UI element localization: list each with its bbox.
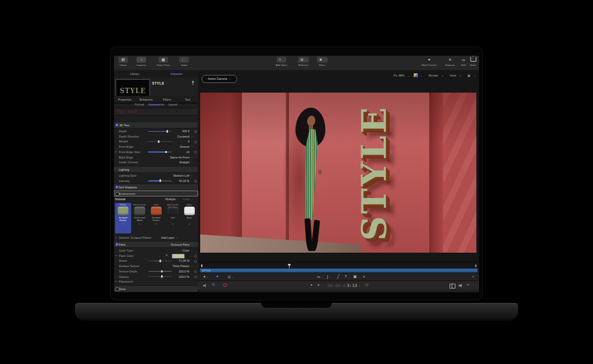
line-tool[interactable]: ╱ <box>337 275 339 279</box>
select-tool[interactable]: ➤⌄ <box>203 275 208 278</box>
style-3d-text[interactable]: STYLE <box>350 98 399 248</box>
stepper-icon[interactable]: ⌄ <box>191 264 193 267</box>
stepper-icon[interactable]: ⌄ <box>191 156 193 158</box>
make-particles-button[interactable]: ✦ Make Particles <box>417 57 442 66</box>
tab-library[interactable]: Library <box>114 72 156 75</box>
text-tool[interactable]: T⌄ <box>345 275 350 278</box>
loop-playback-icon[interactable]: ↻ <box>212 283 215 287</box>
link-icon[interactable]: ∞ <box>165 222 181 225</box>
stepper-icon[interactable]: ⌄ <box>191 243 193 246</box>
grid-icon[interactable]: ▦ ⌄ <box>465 74 476 77</box>
stepper-icon[interactable]: ⌄ <box>191 174 193 177</box>
tab-properties[interactable]: Properties <box>114 98 135 101</box>
behaviors-button[interactable]: ⚙⌄ Behaviors <box>294 57 313 66</box>
keyframe-link-icon[interactable]: ∞ <box>467 283 469 286</box>
link-icon[interactable]: ∞ <box>148 222 164 225</box>
link-icon[interactable]: ∞ <box>181 222 197 225</box>
weight-slider[interactable] <box>148 141 172 142</box>
tab-filters[interactable]: Filters <box>157 98 177 101</box>
front-edge-size-slider[interactable] <box>148 151 172 152</box>
out-point-marker[interactable] <box>475 264 476 267</box>
timecode[interactable]: 3:13 <box>347 283 357 288</box>
stepper-icon[interactable]: ⌄ <box>191 161 193 163</box>
clock-icon[interactable]: ◷ <box>365 283 368 287</box>
video-frame[interactable]: STYLE <box>200 93 476 253</box>
rectangle-tool[interactable]: ▭⌄ <box>317 275 323 279</box>
canvas-area[interactable]: Active Camera ⌄ Fit: 68% ⌄ ⌄ Render ∨ Vi… <box>198 70 479 262</box>
disclosure-icon[interactable]: ▸ <box>116 150 117 153</box>
stepper-icon[interactable]: ⌄ <box>191 249 193 252</box>
disclosure-icon[interactable]: ▸ <box>116 280 117 283</box>
go-to-start-button[interactable]: ◂ <box>310 283 312 286</box>
sheen-slider[interactable] <box>148 261 172 261</box>
style-preset-strip[interactable]: The end ⌃⌄ <box>114 108 198 116</box>
show-timeline-icon[interactable] <box>450 284 455 289</box>
link-icon[interactable]: ∞ <box>115 222 131 225</box>
material-slot-back[interactable]: BACK Basic ∞ <box>181 203 197 233</box>
tab-text[interactable]: Text <box>177 98 198 101</box>
stepper-icon[interactable]: ⌃⌄ <box>194 110 196 113</box>
opacity-slider[interactable] <box>148 276 172 277</box>
fit-zoom-control[interactable]: Fit: 68% ⌄ <box>391 74 410 77</box>
camera-dropdown[interactable]: Active Camera ⌄ <box>202 75 237 83</box>
add-layer-button[interactable]: Add Layer <box>161 236 174 239</box>
play-button[interactable]: ▸ <box>318 283 320 286</box>
replicate-button[interactable]: ✕ Replicate <box>442 57 459 66</box>
keyframe-icon[interactable] <box>194 180 197 183</box>
pin-icon[interactable] <box>192 81 194 85</box>
depth-slider[interactable] <box>148 131 172 132</box>
project-pane-button[interactable]: ▦ Project Pane <box>151 57 175 66</box>
view-menu[interactable]: View ∨ <box>447 74 461 77</box>
material-slot-side[interactable]: SIDE Scraped Plaster ∞ <box>148 203 164 233</box>
keyframe-icon[interactable] <box>194 260 197 263</box>
keyframe-icon[interactable] <box>194 276 197 278</box>
tab-behaviors[interactable]: Behaviors <box>135 98 157 101</box>
stepper-icon[interactable]: ⌄ <box>177 198 179 200</box>
color-channel-icon[interactable] <box>414 73 418 77</box>
record-button[interactable] <box>223 283 227 287</box>
curve-editor-icon[interactable]: ≈ <box>472 275 474 278</box>
keyframe-icon[interactable] <box>194 151 197 154</box>
keyframe-icon[interactable] <box>194 270 197 273</box>
eyedropper-icon[interactable]: ✎ <box>165 254 168 257</box>
audio-icon[interactable] <box>459 284 463 287</box>
link-icon[interactable]: ∞ <box>132 222 148 225</box>
timecode-menu-icon[interactable]: ⌄ <box>359 284 361 287</box>
texture-depth-slider[interactable] <box>148 271 172 271</box>
3d-transform-tool[interactable]: ✦ <box>216 275 219 279</box>
image-mask-tool[interactable]: ▣⌄ <box>353 275 360 279</box>
knife-tool[interactable]: ✕ <box>363 275 366 278</box>
orbit-tool[interactable]: ◎⌄ <box>227 275 233 279</box>
self-shadows-checkbox[interactable]: ✓ <box>116 186 119 189</box>
material-slot-back-edge[interactable]: BACK EDGE Iron ∞ <box>165 203 181 233</box>
import-button[interactable]: ↓⌄ Import <box>175 57 193 66</box>
disclosure-icon[interactable]: ▸ <box>116 254 117 257</box>
render-menu[interactable]: Render ∨ <box>426 74 444 77</box>
subtab-layout[interactable]: Layout <box>169 103 178 106</box>
intensity-slider[interactable] <box>148 180 172 181</box>
share-button[interactable]: ↑ Share <box>467 57 479 66</box>
tab-inspector[interactable]: Inspector <box>156 72 197 75</box>
chevron-down-icon[interactable]: ⌄ <box>191 254 193 257</box>
inspector-button[interactable]: ≡ Inspector <box>131 57 151 66</box>
stepper-icon[interactable]: ⌄ <box>191 145 193 148</box>
filters-button[interactable]: ❖⌄ Filters <box>314 57 330 66</box>
disclosure-icon[interactable]: ▸ <box>116 236 117 239</box>
subtab-appearance[interactable]: Appearance <box>148 103 164 106</box>
keyframe-icon[interactable] <box>194 131 197 133</box>
chevron-down-icon[interactable]: ⌄ <box>176 236 178 239</box>
paint-checkbox[interactable]: ✓ <box>116 243 119 246</box>
material-slot-front-edge[interactable]: FRONT EDGE Distressed Metal ∞ <box>132 203 148 233</box>
keyframe-icon[interactable] <box>194 141 197 143</box>
3d-text-checkbox[interactable]: ✓ <box>116 124 119 127</box>
add-object-button[interactable]: +⌄ Add Object <box>270 57 293 66</box>
in-point-marker[interactable] <box>201 264 202 267</box>
mute-audio-icon[interactable] <box>203 284 207 287</box>
keyframe-icon[interactable] <box>194 255 197 257</box>
subtab-format[interactable]: Format <box>135 103 144 106</box>
library-button[interactable]: ▤ Library <box>115 57 131 66</box>
material-slot-front[interactable]: FRONT Scraped Plaster ∞ <box>115 203 131 233</box>
bezier-tool[interactable]: ʃ⌄ <box>327 275 331 278</box>
stepper-icon[interactable]: ⌄ <box>191 135 193 138</box>
playhead[interactable] <box>289 264 290 268</box>
